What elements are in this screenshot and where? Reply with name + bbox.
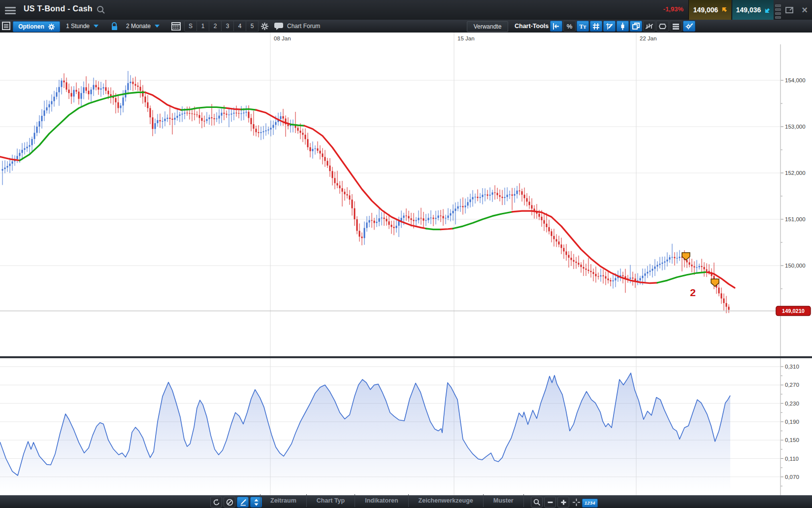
- interval-value: 1 Stunde: [66, 23, 90, 30]
- candlestick-chart[interactable]: 154,000153,000152,000151,000150,00008 Ja…: [0, 33, 812, 356]
- gear-icon: [48, 24, 55, 30]
- indicator-tick-label: 0,230: [785, 401, 799, 406]
- minus-icon[interactable]: [544, 497, 556, 508]
- price-tick-label: 151,000: [785, 216, 806, 222]
- dock-left-icon[interactable]: [550, 21, 562, 32]
- text-tool-icon[interactable]: Tт: [577, 21, 589, 32]
- indicator-tick-label: 0,150: [785, 437, 799, 443]
- indicator-area-chart[interactable]: 0,3100,2700,2300,1900,1500,1100,070: [0, 358, 812, 495]
- chart-settings-gear-icon[interactable]: [261, 21, 268, 31]
- price-tick-label: 152,000: [785, 170, 806, 176]
- svg-text:Tт: Tт: [580, 23, 586, 30]
- quick-period-button-s[interactable]: S: [184, 21, 197, 32]
- bottom-toolbar: ZeitraumChart TypIndikatorenZeichenwerkz…: [0, 495, 812, 508]
- bottom-button-muster[interactable]: Muster: [484, 494, 524, 507]
- close-icon[interactable]: ×: [799, 4, 811, 15]
- indicator-tick-label: 0,270: [785, 382, 799, 388]
- instrument-title: US T-Bond - Cash: [24, 4, 93, 13]
- period-dropdown[interactable]: 2 Monate: [123, 21, 172, 31]
- sell-signal-arrow-icon[interactable]: [711, 279, 719, 286]
- indicator-tick-label: 0,310: [785, 364, 799, 370]
- sell-price-button[interactable]: 149,006: [688, 0, 731, 20]
- menu-icon[interactable]: [5, 5, 16, 14]
- change-percent: -1,93%: [658, 5, 683, 13]
- svg-text:%: %: [567, 23, 573, 30]
- windows-icon[interactable]: [630, 21, 642, 32]
- block-icon[interactable]: [224, 497, 235, 508]
- shape-tool-icon[interactable]: [656, 21, 669, 32]
- popout-icon[interactable]: [784, 4, 796, 15]
- numbers-badge-label: 1234: [582, 499, 598, 508]
- zoom-icon-group: [531, 497, 583, 507]
- indicator-tick-label: 0,070: [785, 474, 799, 480]
- draw-icon-group: [210, 497, 263, 507]
- chart-tools-icon-row: %Tт: [550, 21, 696, 31]
- period-value: 2 Monate: [126, 23, 151, 30]
- chat-bubble-icon: [274, 22, 284, 30]
- chart-tools-label: Chart-Tools: [515, 21, 549, 31]
- lock-icon[interactable]: [110, 21, 118, 31]
- price-tick-label: 154,000: [785, 77, 806, 83]
- quick-period-button-4[interactable]: 4: [234, 21, 246, 32]
- current-price-tag: 149,0210: [776, 306, 811, 316]
- chart-forum-button[interactable]: Chart Forum: [274, 21, 320, 31]
- quick-period-buttons: S12345: [184, 21, 259, 31]
- quick-period-button-2[interactable]: 2: [209, 21, 222, 32]
- chart-toolbar: Optionen 1 Stunde 2 Monate S12345 Chart …: [0, 20, 812, 33]
- indicator-panel[interactable]: 0,3100,2700,2300,1900,1500,1100,070: [0, 358, 812, 495]
- date-tick-label: 08 Jan: [274, 35, 291, 41]
- price-tick-label: 153,000: [785, 124, 806, 130]
- grid-icon[interactable]: [590, 21, 602, 32]
- date-tick-label: 15 Jan: [457, 35, 475, 41]
- svg-text:149,0210: 149,0210: [782, 308, 805, 314]
- sell-signal-arrow-icon[interactable]: [682, 253, 690, 260]
- zoom-icon[interactable]: [531, 497, 543, 508]
- numbers-badge[interactable]: 1234: [582, 498, 598, 508]
- trading-app-window: US T-Bond - Cash -1,93% 149,006 149,036 …: [0, 0, 812, 508]
- price-up-arrow-icon: [763, 7, 770, 13]
- calendar-icon[interactable]: [171, 21, 181, 31]
- indicator-tick-label: 0,190: [785, 419, 799, 425]
- date-tick-label: 22 Jan: [640, 35, 657, 41]
- options-button[interactable]: Optionen: [13, 21, 60, 32]
- options-label: Optionen: [18, 23, 44, 30]
- quick-period-button-3[interactable]: 3: [222, 21, 234, 32]
- refresh-icon[interactable]: [210, 497, 222, 508]
- bottom-button-zeitraum[interactable]: Zeitraum: [260, 494, 307, 507]
- percent-icon[interactable]: %: [563, 21, 576, 32]
- annotation-label[interactable]: 2: [690, 287, 696, 298]
- bottom-button-chart-typ[interactable]: Chart Typ: [307, 494, 355, 507]
- grid-draw-icon[interactable]: [603, 21, 616, 32]
- chevron-down-icon: [155, 25, 160, 28]
- interval-dropdown[interactable]: 1 Stunde: [63, 21, 111, 31]
- buy-price-button[interactable]: 149,036: [732, 0, 774, 20]
- pencil-icon[interactable]: [237, 497, 249, 508]
- sell-price: 149,006: [693, 6, 718, 14]
- bottom-menu-buttons: ZeitraumChart TypIndikatorenZeichenwerkz…: [260, 496, 524, 506]
- indicator-tick-label: 0,110: [785, 456, 799, 462]
- plus-icon[interactable]: [557, 497, 569, 508]
- related-label: Verwandte: [474, 23, 502, 30]
- settings-draw-icon[interactable]: [683, 21, 695, 32]
- quick-period-button-5[interactable]: 5: [246, 21, 259, 32]
- trend-tool-icon[interactable]: [643, 21, 655, 32]
- print-icon[interactable]: [670, 21, 682, 32]
- price-down-arrow-icon: [720, 7, 727, 13]
- candlestick-icon[interactable]: [617, 21, 629, 32]
- related-button[interactable]: Verwandte: [467, 21, 508, 32]
- search-icon[interactable]: [97, 5, 105, 14]
- price-tick-label: 150,000: [785, 263, 806, 269]
- drag-grip-icon[interactable]: [775, 3, 781, 17]
- chart-forum-label: Chart Forum: [287, 23, 320, 30]
- quick-period-button-1[interactable]: 1: [197, 21, 209, 32]
- main-chart-panel[interactable]: 154,000153,000152,000151,000150,00008 Ja…: [0, 33, 812, 356]
- panel-icon[interactable]: [2, 21, 11, 31]
- title-bar: US T-Bond - Cash -1,93% 149,006 149,036 …: [0, 0, 812, 20]
- buy-price: 149,036: [736, 6, 761, 14]
- chevron-down-icon: [94, 25, 98, 28]
- crosshair-icon[interactable]: [571, 497, 582, 507]
- bottom-button-zeichenwerkzeuge[interactable]: Zeichenwerkzeuge: [409, 494, 484, 507]
- bottom-button-indikatoren[interactable]: Indikatoren: [355, 494, 408, 507]
